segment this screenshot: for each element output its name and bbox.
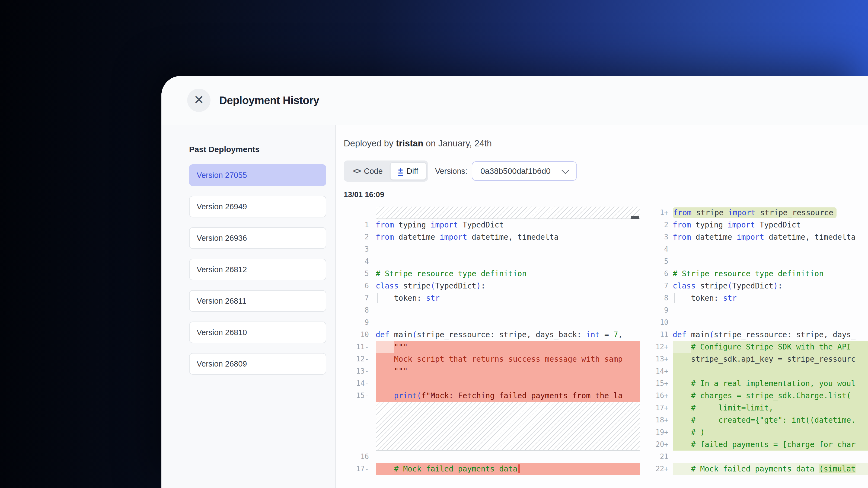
- diff-line: 10def main(stripe_ressource: stripe, day…: [344, 329, 640, 341]
- diff-line: 8 token: str: [650, 292, 868, 304]
- version-item[interactable]: Version 26811: [189, 290, 326, 312]
- diff-collapsed-region: [344, 206, 640, 219]
- diff-line: 4: [650, 243, 868, 255]
- code-line: stripe_sdk.api_key = stripe_ressourc: [673, 353, 868, 365]
- code-line: [376, 304, 640, 316]
- tab-code[interactable]: <> Code: [346, 162, 390, 180]
- diff-line: 3from datetime import datetime, timedelt…: [650, 231, 868, 243]
- version-item[interactable]: Version 27055: [189, 164, 326, 186]
- diff-view: 1from typing import TypedDict2from datet…: [344, 204, 868, 475]
- version-item[interactable]: Version 26809: [189, 353, 326, 375]
- code-icon: <>: [353, 167, 360, 175]
- line-number: 3: [650, 231, 673, 243]
- code-line: # created={"gte": int((datetime.: [673, 414, 868, 426]
- line-number: 12+: [650, 341, 673, 353]
- tab-diff[interactable]: ± Diff: [390, 162, 426, 180]
- line-number: 17-: [344, 463, 376, 475]
- collapsed-hatch: [376, 402, 640, 451]
- close-button[interactable]: ✕: [187, 89, 211, 112]
- main-panel: Deployed by tristan on January, 24th <> …: [336, 125, 868, 488]
- line-number: 10: [344, 329, 376, 341]
- version-dropdown[interactable]: 0a38b500daf1b6d0: [472, 161, 577, 181]
- diff-line: 9: [344, 316, 640, 329]
- scrollbar[interactable]: [630, 204, 640, 475]
- collapsed-hatch: [376, 206, 640, 219]
- diff-line: 2from datetime import datetime, timedelt…: [344, 231, 640, 243]
- diff-line: 5: [650, 255, 868, 268]
- page-title: Deployment History: [219, 94, 319, 106]
- diff-line: 6class stripe(TypedDict):: [344, 280, 640, 292]
- code-line: [376, 378, 640, 390]
- line-number: 1: [344, 219, 376, 231]
- diff-line: 17+ # limit=limit,: [650, 402, 868, 414]
- line-number: 1+: [650, 206, 673, 219]
- diff-line: 2from typing import TypedDict: [650, 219, 868, 231]
- code-line: # Stripe resource type definition: [673, 268, 868, 280]
- line-number: 14-: [344, 378, 376, 390]
- line-number: 20+: [650, 438, 673, 451]
- sidebar-heading: Past Deployments: [189, 145, 326, 154]
- diff-line: 21: [650, 451, 868, 463]
- sidebar: Past Deployments Version 27055Version 26…: [161, 125, 336, 488]
- diff-line: 22+ # Mock failed payments data (simulat: [650, 463, 868, 475]
- modal-header: ✕ Deployment History: [161, 76, 868, 125]
- line-number: 14+: [650, 365, 673, 378]
- diff-change-caret: [518, 464, 520, 473]
- diff-line: 9: [650, 304, 868, 316]
- line-number: 22+: [650, 463, 673, 475]
- diff-line: 11- """: [344, 341, 640, 353]
- line-number: 16: [344, 451, 376, 463]
- code-line: # Stripe resource type definition: [376, 268, 640, 280]
- code-line: from datetime import datetime, timedelta: [376, 231, 640, 243]
- code-line: print(f"Mock: Fetching failed payments f…: [376, 390, 640, 402]
- line-number: 6: [344, 280, 376, 292]
- diff-line: 14+: [650, 365, 868, 378]
- deployed-suffix: on January, 24th: [423, 138, 492, 148]
- diff-line: 11def main(stripe_ressource: stripe, day…: [650, 329, 868, 341]
- diff-line: 15- print(f"Mock: Fetching failed paymen…: [344, 390, 640, 402]
- diff-line: 17- # Mock failed payments data: [344, 463, 640, 475]
- diff-line: 13- """: [344, 365, 640, 378]
- diff-line: 12- Mock script that returns success mes…: [344, 353, 640, 365]
- diff-line: 10: [650, 316, 868, 329]
- diff-pane-old: 1from typing import TypedDict2from datet…: [344, 204, 640, 475]
- line-number: 18+: [650, 414, 673, 426]
- line-number: 17+: [650, 402, 673, 414]
- deployed-user: tristan: [396, 138, 424, 148]
- code-line: # limit=limit,: [673, 402, 868, 414]
- version-item[interactable]: Version 26812: [189, 259, 326, 280]
- code-line: [673, 451, 868, 463]
- code-line: def main(stripe_ressource: stripe, days_…: [376, 329, 640, 341]
- line-number: 13-: [344, 365, 376, 378]
- version-item[interactable]: Version 26949: [189, 196, 326, 218]
- code-line: # failed_payments = [charge for char: [673, 438, 868, 451]
- deploy-timestamp: 13/01 16:09: [344, 190, 868, 199]
- version-item[interactable]: Version 26936: [189, 227, 326, 249]
- diff-line: 4: [344, 255, 640, 268]
- code-line: # In a real implementation, you woul: [673, 378, 868, 390]
- version-item[interactable]: Version 26810: [189, 322, 326, 343]
- diff-line: 12+ # Configure Stripe SDK with the API: [650, 341, 868, 353]
- added-text-highlight: from stripe import stripe_ressource: [673, 207, 837, 218]
- code-line: [376, 255, 640, 268]
- diff-line: 3: [344, 243, 640, 255]
- line-number: 5: [344, 268, 376, 280]
- diff-collapsed-region: [344, 402, 640, 451]
- scrollbar-thumb[interactable]: [631, 216, 639, 219]
- code-line: [673, 304, 868, 316]
- code-line: from stripe import stripe_ressource: [673, 206, 868, 219]
- code-line: from datetime import datetime, timedelta: [673, 231, 868, 243]
- line-number: 3: [344, 243, 376, 255]
- diff-line: 7class stripe(TypedDict):: [650, 280, 868, 292]
- diff-line: 5# Stripe resource type definition: [344, 268, 640, 280]
- line-number: 8: [344, 304, 376, 316]
- line-number: 21: [650, 451, 673, 463]
- code-line: """: [376, 341, 640, 353]
- unchanged-indent: [673, 341, 691, 353]
- line-number: 6: [650, 268, 673, 280]
- versions-label: Versions:: [435, 167, 467, 176]
- view-toggle: <> Code ± Diff: [344, 161, 428, 182]
- diff-line: 13+ stripe_sdk.api_key = stripe_ressourc: [650, 353, 868, 365]
- code-line: class stripe(TypedDict):: [376, 280, 640, 292]
- deployed-line: Deployed by tristan on January, 24th: [344, 138, 868, 149]
